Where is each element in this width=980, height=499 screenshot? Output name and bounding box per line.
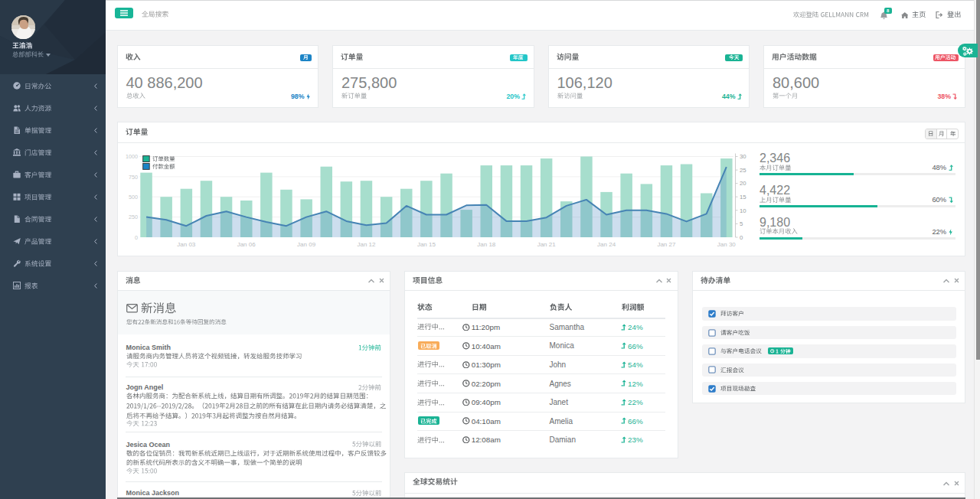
svg-text:Jan 03: Jan 03 — [177, 241, 196, 248]
svg-text:0: 0 — [135, 234, 138, 241]
svg-text:20: 20 — [740, 180, 746, 187]
svg-text:Jan 21: Jan 21 — [537, 241, 557, 248]
svg-text:Jan 15: Jan 15 — [417, 241, 436, 248]
svg-text:500: 500 — [129, 194, 138, 201]
svg-text:Jan 18: Jan 18 — [477, 241, 496, 248]
svg-text:Jan 09: Jan 09 — [297, 241, 316, 248]
svg-text:750: 750 — [129, 174, 138, 181]
svg-text:25: 25 — [740, 167, 746, 174]
svg-text:15: 15 — [740, 194, 746, 201]
svg-text:Jan 24: Jan 24 — [597, 241, 616, 248]
svg-text:1000: 1000 — [126, 153, 138, 160]
svg-text:Jan 12: Jan 12 — [357, 241, 376, 248]
svg-text:10: 10 — [740, 207, 746, 214]
svg-text:5: 5 — [740, 220, 743, 227]
svg-text:Jan 27: Jan 27 — [657, 241, 676, 248]
svg-text:250: 250 — [129, 214, 138, 220]
svg-text:0: 0 — [740, 234, 743, 241]
svg-text:Jan 30: Jan 30 — [717, 241, 737, 248]
svg-text:30: 30 — [740, 153, 746, 160]
svg-text:Jan 06: Jan 06 — [237, 241, 256, 248]
